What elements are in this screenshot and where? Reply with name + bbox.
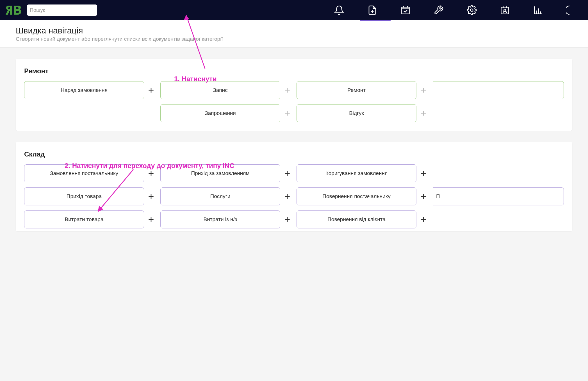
tile[interactable]: Коригування замовлення [297,164,416,182]
plus-icon[interactable] [283,187,291,205]
tile[interactable]: Ремонт [297,81,416,99]
wrench-icon[interactable] [433,4,444,16]
tile[interactable]: Замовлення постачальнику [24,164,144,182]
plus-icon[interactable] [419,81,428,99]
content: 1. Натиснути Ремонт Наряд замовлення Зап… [0,47,588,254]
plus-icon[interactable] [419,187,428,205]
plus-icon[interactable] [147,187,155,205]
plus-icon[interactable] [147,210,155,228]
section-title-warehouse: Склад [24,150,564,158]
tile[interactable]: Відгук [297,104,416,122]
page-header: Швидка навігація Створити новий документ… [0,20,588,47]
bell-icon[interactable] [334,4,345,16]
svg-rect-9 [501,7,509,14]
contact-card-icon[interactable] [499,4,510,16]
tile[interactable]: Прихід товара [24,187,144,205]
card-warehouse: Склад Замовлення постачальнику Прихід за… [16,142,572,231]
tile[interactable]: Послуги [160,187,280,205]
new-document-icon[interactable] [367,4,378,16]
plus-icon[interactable] [147,164,155,182]
calendar-check-icon[interactable] [400,4,411,16]
svg-point-12 [504,9,506,11]
plus-icon[interactable] [147,81,155,99]
topbar [0,0,588,20]
svg-rect-4 [402,7,409,14]
nav-icons [334,4,577,16]
plus-icon[interactable] [283,210,291,228]
gear-icon[interactable] [466,4,477,16]
tile[interactable]: П [433,187,564,205]
tile[interactable]: Запис [160,81,280,99]
page-subtitle: Створити новий документ або переглянути … [16,36,572,42]
plus-icon[interactable] [419,210,428,228]
help-icon[interactable] [566,4,577,16]
plus-icon[interactable] [419,164,428,182]
card-repair: Ремонт Наряд замовлення Запис Ремонт Зап… [16,59,572,131]
tile[interactable]: Наряд замовлення [24,81,144,99]
tile[interactable]: Прихід за замовленням [160,164,280,182]
tile[interactable]: Повернення постачальнику [297,187,416,205]
logo [6,4,22,16]
tile[interactable]: Повернення від клієнта [297,210,416,228]
plus-icon[interactable] [419,104,428,122]
bar-chart-icon[interactable] [532,4,544,16]
svg-point-8 [471,9,473,12]
plus-icon[interactable] [283,104,291,122]
tile[interactable]: Запрошення [160,104,280,122]
section-title-repair: Ремонт [24,67,564,75]
tile[interactable]: Витрати товара [24,210,144,228]
tiles-grid-warehouse: Замовлення постачальнику Прихід за замов… [24,164,564,228]
search-box[interactable] [27,4,97,16]
tiles-grid-repair: Наряд замовлення Запис Ремонт Запрошення… [24,81,564,122]
plus-icon[interactable] [283,164,291,182]
plus-icon[interactable] [283,81,291,99]
tile[interactable] [433,81,564,99]
search-input[interactable] [30,7,95,13]
tile[interactable]: Витрати із н/з [160,210,280,228]
page-title: Швидка навігація [16,26,572,35]
